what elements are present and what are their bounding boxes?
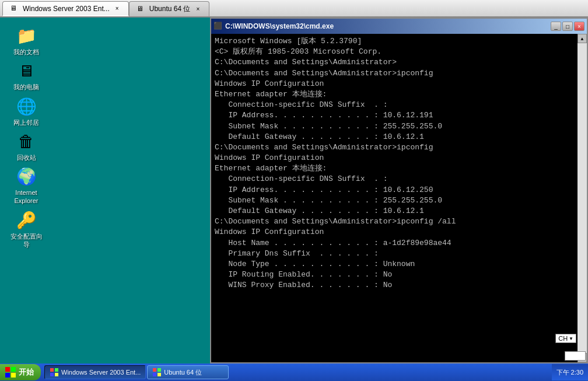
svg-rect-3 <box>11 373 16 377</box>
tab-win2003-icon: 🖥 <box>10 4 19 13</box>
desktop: 📁 我的文档 🖥 我的电脑 🌐 网上邻居 🗑 回收站 🌍 Internet Ex… <box>0 18 210 381</box>
svg-rect-5 <box>55 368 58 372</box>
svg-rect-0 <box>5 367 10 372</box>
cmd-line: Connection-specific DNS Suffix . : <box>215 174 583 184</box>
svg-rect-1 <box>11 367 16 372</box>
svg-rect-6 <box>50 373 54 376</box>
tabs-bar: 🖥 Windows Server 2003 Ent... × 🖥 Ubuntu … <box>0 0 588 18</box>
desktop-icon-my-pc[interactable]: 🖥 我的电脑 <box>6 58 47 93</box>
cmd-line: C:\Documents and Settings\Administrator>… <box>215 216 583 227</box>
cmd-minimize-button[interactable]: _ <box>551 22 561 31</box>
svg-rect-9 <box>158 368 161 372</box>
cmd-line: WINS Proxy Enabled. . . . . . . : No <box>215 280 583 291</box>
cmd-line: Windows IP Configuration <box>215 153 583 163</box>
icon-label-ie: Internet Explorer <box>8 188 44 205</box>
ime-popup-arrow: ▼ <box>569 336 573 341</box>
windows-logo-icon <box>5 366 16 378</box>
cmd-line: C:\Documents and Settings\Administrator>… <box>215 68 583 79</box>
tab-win2003-close[interactable]: × <box>113 5 121 13</box>
svg-rect-11 <box>158 373 161 376</box>
icon-label-recycle: 回收站 <box>17 153 36 162</box>
ime-label: CH <box>568 352 577 359</box>
tab-ubuntu-label: Ubuntu 64 位 <box>149 4 191 14</box>
svg-rect-10 <box>153 373 156 376</box>
taskbar-tray: CH ▼ 下午 2:30 <box>552 364 588 380</box>
taskbar-item-label-taskbar-win2003: Windows Server 2003 Ent... <box>61 369 141 376</box>
ime-popup[interactable]: CH▼ <box>555 334 576 343</box>
cmd-line: Ethernet adapter 本地连接: <box>215 89 583 100</box>
cmd-line: Primary Dns Suffix . . . . . . : <box>215 249 583 259</box>
cmd-body[interactable]: Microsoft Windows [版本 5.2.3790]<C> 版权所有 … <box>211 34 587 362</box>
ime-popup-label: CH <box>558 335 568 342</box>
tab-ubuntu-close[interactable]: × <box>194 5 202 13</box>
desktop-icon-network[interactable]: 🌐 网上邻居 <box>6 94 47 129</box>
cmd-line: Subnet Mask . . . . . . . . . . : 255.25… <box>215 121 583 132</box>
scroll-track[interactable] <box>578 43 587 353</box>
taskbar-item-taskbar-win2003[interactable]: Windows Server 2003 Ent... <box>44 365 146 379</box>
cmd-line: IP Address. . . . . . . . . . . : 10.6.1… <box>215 185 583 195</box>
icon-img-security: 🔑 <box>16 210 37 231</box>
tab-win2003[interactable]: 🖥 Windows Server 2003 Ent... × <box>2 1 129 16</box>
cmd-line: Default Gateway . . . . . . . . : 10.6.1… <box>215 132 583 142</box>
cmd-title-buttons: _ □ × <box>551 22 584 31</box>
ime-arrow-icon: ▼ <box>578 354 583 359</box>
cmd-line: C:\Documents and Settings\Administrator> <box>215 57 583 68</box>
cmd-window: ⬛ C:\WINDOWS\system32\cmd.exe _ □ × Micr… <box>210 18 588 363</box>
scroll-up-button[interactable]: ▲ <box>578 34 587 43</box>
icon-label-my-pc: 我的电脑 <box>13 83 39 91</box>
taskbar: 开始 Windows Server 2003 Ent... Ubuntu 64 … <box>0 363 588 381</box>
taskbar-items: Windows Server 2003 Ent... Ubuntu 64 位 <box>44 365 552 379</box>
svg-rect-8 <box>153 368 156 372</box>
svg-rect-2 <box>5 373 10 377</box>
cmd-line: Ethernet adapter 本地连接: <box>215 163 583 174</box>
taskbar-item-taskbar-ubuntu[interactable]: Ubuntu 64 位 <box>147 365 229 379</box>
taskbar-icon-taskbar-win2003 <box>50 368 59 377</box>
cmd-line: IP Routing Enabled. . . . . . . : No <box>215 270 583 280</box>
cmd-line: Subnet Mask . . . . . . . . . . : 255.25… <box>215 195 583 206</box>
desktop-icon-ie[interactable]: 🌍 Internet Explorer <box>6 164 47 208</box>
cmd-line: Default Gateway . . . . . . . . : 10.6.1… <box>215 206 583 216</box>
icon-img-network: 🌐 <box>16 96 37 117</box>
icon-label-my-docs: 我的文档 <box>13 48 39 56</box>
taskbar-item-label-taskbar-ubuntu: Ubuntu 64 位 <box>164 368 202 377</box>
desktop-icon-recycle[interactable]: 🗑 回收站 <box>6 129 47 164</box>
icon-img-ie: 🌍 <box>16 166 37 187</box>
cmd-line: C:\Documents and Settings\Administrator>… <box>215 142 583 153</box>
cmd-line: Windows IP Configuration <box>215 79 583 89</box>
icon-label-security: 安全配置向导 <box>8 232 44 249</box>
ime-indicator[interactable]: CH ▼ <box>565 351 586 361</box>
cmd-titlebar: ⬛ C:\WINDOWS\system32\cmd.exe _ □ × <box>211 19 587 34</box>
cmd-close-button[interactable]: × <box>574 22 584 31</box>
cmd-line: <C> 版权所有 1985-2003 Microsoft Corp. <box>215 47 583 57</box>
start-button[interactable]: 开始 <box>0 364 41 380</box>
svg-rect-4 <box>50 368 54 372</box>
tab-ubuntu[interactable]: 🖥 Ubuntu 64 位 × <box>129 1 210 16</box>
cmd-title: C:\WINDOWS\system32\cmd.exe <box>225 22 548 30</box>
cmd-line: Connection-specific DNS Suffix . : <box>215 100 583 110</box>
cmd-line: Microsoft Windows [版本 5.2.3790] <box>215 36 583 47</box>
cmd-line: Host Name . . . . . . . . . . . : a-1d2f… <box>215 238 583 249</box>
icon-img-my-docs: 📁 <box>16 26 37 47</box>
start-label: 开始 <box>19 367 34 377</box>
desktop-icon-security[interactable]: 🔑 安全配置向导 <box>6 208 47 251</box>
cmd-line: IP Address. . . . . . . . . . . : 10.6.1… <box>215 110 583 121</box>
svg-rect-7 <box>55 373 58 376</box>
taskbar-time: 下午 2:30 <box>556 368 583 377</box>
tab-win2003-label: Windows Server 2003 Ent... <box>23 5 110 13</box>
cmd-scrollbar[interactable]: ▲ ▼ <box>578 34 587 362</box>
cmd-line: Windows IP Configuration <box>215 227 583 237</box>
tab-ubuntu-icon: 🖥 <box>136 5 146 14</box>
cmd-line: Node Type . . . . . . . . . . . : Unknow… <box>215 259 583 270</box>
cmd-icon: ⬛ <box>214 22 223 31</box>
cmd-restore-button[interactable]: □ <box>562 22 573 31</box>
desktop-icon-my-docs[interactable]: 📁 我的文档 <box>6 23 47 58</box>
taskbar-icon-taskbar-ubuntu <box>152 368 162 377</box>
icon-img-recycle: 🗑 <box>16 131 37 152</box>
icon-img-my-pc: 🖥 <box>16 61 37 82</box>
icon-label-network: 网上邻居 <box>13 118 39 127</box>
